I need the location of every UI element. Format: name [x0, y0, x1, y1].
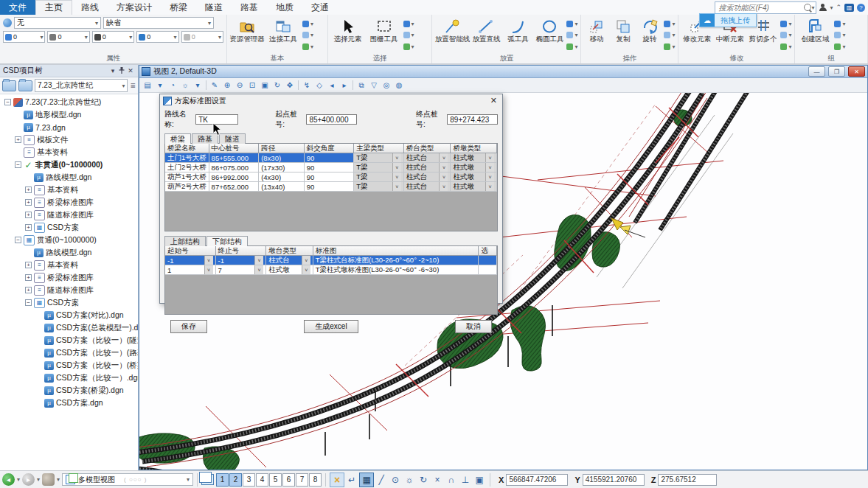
ribbon-button-explorer[interactable]: 资源管理器 [230, 17, 264, 54]
search-icon[interactable] [804, 4, 811, 11]
view-next-dropdown-icon[interactable]: ▾ [37, 476, 40, 483]
view-next-button[interactable]: ▸ [22, 473, 35, 486]
new-project-icon[interactable] [18, 80, 32, 91]
pan-view-icon[interactable]: ✥ [284, 80, 296, 91]
ribbon-button-fence[interactable]: 围栅工具 [367, 17, 401, 54]
saved-views-icon[interactable]: ◍ [393, 80, 405, 91]
table-row[interactable]: 葫芦2号大桥87+652.000(13x40)90T梁˅柱式台˅柱式墩˅ [165, 182, 497, 192]
tree-expander[interactable]: + [25, 274, 32, 281]
navigate-view-icon[interactable]: ◇ [313, 80, 325, 91]
intersection-snap-icon[interactable]: × [431, 473, 444, 487]
origin-snap-icon[interactable]: ☼ [403, 473, 416, 487]
tree-item[interactable]: µCSD方案（比较一）(隧道).dgn [1, 334, 138, 346]
property-mini-combo-1[interactable]: 0▾ [47, 31, 89, 43]
view-toggle-4[interactable]: 4 [256, 473, 268, 487]
dialog-subtab-0[interactable]: 上部结构 [164, 236, 206, 246]
tree-item[interactable]: µCSD方案（比较一）.dgn [1, 372, 138, 384]
tree-expander[interactable]: + [25, 224, 32, 231]
clip-volume-icon[interactable]: ▽ [368, 80, 380, 91]
ribbon-button-cursor[interactable]: 选择元素 [331, 17, 365, 54]
dialog-button-1[interactable]: 生成excel [304, 320, 358, 333]
tree-item[interactable]: µ路线模型.dgn [1, 246, 138, 259]
ribbon-tab-7[interactable]: 地质 [267, 0, 302, 15]
search-dropdown-icon[interactable]: ▾ [811, 4, 814, 11]
tree-expander[interactable]: + [25, 187, 32, 193]
nearest-snap-icon[interactable]: ↵ [345, 473, 358, 487]
zoom-out-icon[interactable]: ⊖ [234, 80, 246, 91]
dialog-tab-1[interactable]: 路基 [192, 133, 218, 144]
panel-pin-icon[interactable] [117, 67, 126, 75]
analytics-icon[interactable]: ▥ [844, 4, 854, 12]
tree-item[interactable]: +≡基本资料 [1, 259, 138, 271]
style-combo[interactable]: 缺省▾ [103, 17, 214, 29]
view-titlebar[interactable]: 视图 2, Default-3D — ❐ ✕ [139, 66, 867, 78]
tree-item[interactable]: +≡隧道标准图库 [1, 284, 138, 296]
view-toggle-8[interactable]: 8 [309, 473, 322, 487]
view-brightness-icon[interactable]: ☼ [179, 80, 191, 91]
ribbon-tab-0[interactable]: 文件 [0, 0, 35, 15]
tree-item[interactable]: µ地形模型.dgn [1, 108, 138, 121]
tree-item[interactable]: +≡桥梁标准图库 [1, 271, 138, 284]
ribbon-button-arc[interactable]: 弧工具 [503, 17, 532, 54]
tree-item[interactable]: +≡基本资料 [1, 184, 138, 196]
dialog-titlebar[interactable]: 方案标准图设置 ✕ [160, 94, 502, 107]
view-toggle-7[interactable]: 7 [296, 473, 308, 487]
view-presentation-icon[interactable]: ◔ [167, 80, 178, 91]
bisector-snap-icon[interactable]: ↻ [417, 473, 430, 487]
snap-settings-icon[interactable]: ▣ [473, 473, 486, 487]
ribbon-tab-6[interactable]: 路基 [232, 0, 267, 15]
ribbon-tab-3[interactable]: 方案设计 [108, 0, 161, 15]
tree-item[interactable]: µCSD方案(桥梁).dgn [1, 384, 138, 397]
perpendicular-snap-icon[interactable]: ⊥ [459, 473, 472, 487]
dialog-close-icon[interactable]: ✕ [488, 96, 499, 105]
ribbon-button-move[interactable]: 移动 [584, 17, 608, 54]
tree-item[interactable]: µ7.23.dgn [1, 121, 138, 133]
user-dropdown-icon[interactable]: ▾ [830, 4, 833, 11]
tree-item[interactable]: µCSD方案(对比).dgn [1, 309, 138, 321]
coordinate-z-field[interactable]: 275.67512 [658, 474, 717, 486]
view-history-button[interactable] [42, 473, 55, 486]
dialog-button-2[interactable]: 取消 [455, 320, 492, 333]
ribbon-button-region[interactable]: 创建区域 [798, 17, 832, 54]
view-groups-icon[interactable] [201, 474, 214, 485]
property-mini-combo-0[interactable]: 0▾ [3, 31, 45, 43]
panel-options-icon[interactable]: ≣ [130, 82, 136, 89]
group-extra-icons[interactable]: ▾▾▾ [302, 17, 313, 54]
property-mini-combo-2[interactable]: 0▾ [92, 31, 134, 43]
view-minimize-button[interactable]: — [808, 66, 825, 77]
ribbon-button-link[interactable]: 连接工具 [266, 17, 300, 54]
group-extra-icons[interactable]: ▾▾▾ [780, 17, 791, 54]
table-row[interactable]: 土门2号大桥86+075.000(17x30)90T梁˅柱式台˅柱式墩˅ [165, 163, 497, 172]
ribbon-tab-4[interactable]: 桥梁 [161, 0, 196, 15]
tree-expander[interactable]: + [25, 212, 32, 218]
tree-item[interactable]: +≡模板文件 [1, 133, 138, 146]
dialog-subtab-1[interactable]: 下部结构 [206, 236, 248, 246]
ribbon-tab-8[interactable]: 交通 [302, 0, 338, 15]
ribbon-tab-2[interactable]: 路线 [72, 0, 108, 15]
tree-item[interactable]: +▦CSD方案 [1, 221, 138, 234]
clip-mask-icon[interactable]: ◎ [381, 80, 392, 91]
rotate-view-icon[interactable]: ↻ [271, 80, 283, 91]
user-account-icon[interactable] [819, 4, 827, 11]
group-extra-icons[interactable]: ▾▾▾ [834, 17, 845, 54]
model-view-combo[interactable]: 多模型视图 ( ○○○ ) ▾ [62, 473, 193, 486]
ribbon-button-copy[interactable]: 复制 [611, 17, 635, 54]
coordinate-y-field[interactable]: 4155921.20760 [583, 474, 645, 486]
tree-item[interactable]: µCSD方案.dgn [1, 397, 138, 409]
view-toggle-3[interactable]: 3 [243, 473, 255, 487]
view-toggle-1[interactable]: 1 [216, 473, 229, 487]
tree-expander[interactable]: − [4, 99, 11, 105]
tree-item[interactable]: −▦CSD方案 [1, 296, 138, 309]
project-selector-combo[interactable]: 7.23_北京跨世纪▾ [35, 79, 128, 92]
view-previous-dropdown-icon[interactable]: ▾ [17, 476, 20, 483]
table-row[interactable]: -1˅-1˅柱式台˅T梁柱式台标准图(L30-26-0°~60° -2~10) [165, 256, 497, 265]
ribbon-search-box[interactable]: ▾ [715, 1, 816, 14]
view-next-icon[interactable]: ▸ [338, 80, 350, 91]
minimize-ribbon-icon[interactable]: ⌃ [836, 4, 841, 11]
open-project-icon[interactable] [2, 80, 16, 91]
table-row[interactable]: 葫芦1号大桥86+992.000(4x30)90T梁˅柱式台˅柱式墩˅ [165, 172, 497, 182]
tangent-snap-icon[interactable]: ∩ [445, 473, 458, 487]
tree-expander[interactable]: + [25, 287, 32, 293]
property-mini-combo-3[interactable]: 0▾ [136, 31, 178, 43]
group-extra-icons[interactable]: ▾▾▾ [403, 17, 414, 54]
